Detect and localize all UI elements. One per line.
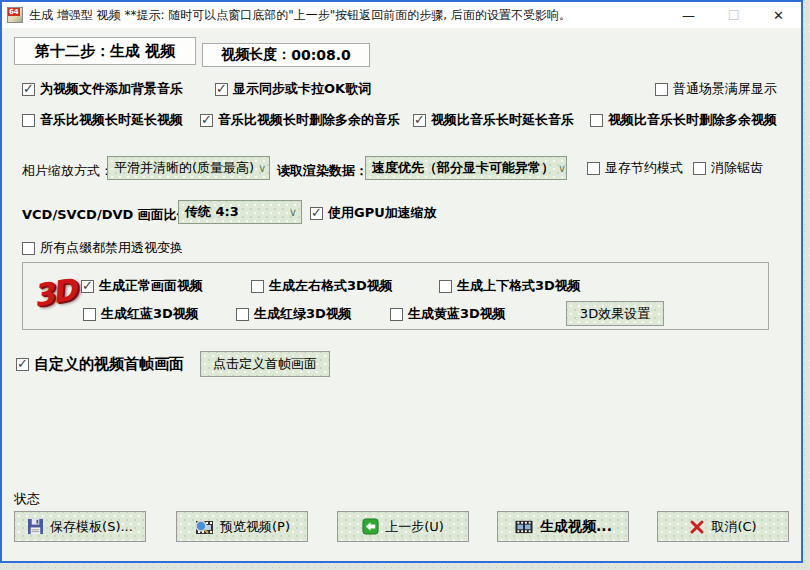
checkbox-label: 显存节约模式 <box>605 159 683 177</box>
checkbox-label: 生成黄蓝3D视频 <box>408 305 506 323</box>
render-source-label: 读取渲染数据： <box>277 162 368 180</box>
checkbox-generate-tb-3d[interactable]: 生成上下格式3D视频 <box>439 277 581 295</box>
checkbox-label: 音乐比视频长时延长视频 <box>40 111 183 129</box>
checkbox-label: 生成红蓝3D视频 <box>101 305 199 323</box>
photo-scale-label: 相片缩放方式： <box>22 162 113 180</box>
checkbox-show-karaoke-lyrics[interactable]: 显示同步或卡拉OK歌词 <box>215 80 371 98</box>
previous-step-button[interactable]: 上一步(U) <box>337 511 469 542</box>
chevron-down-icon: ∨ <box>558 162 566 175</box>
red-x-icon <box>689 519 705 535</box>
checkbox-add-bg-music[interactable]: 为视频文件添加背景音乐 <box>22 80 183 98</box>
render-source-select[interactable]: 速度优先（部分显卡可能异常） ∨ <box>365 156 567 180</box>
photo-scale-value: 平滑并清晰的(质量最高) <box>114 159 254 177</box>
preview-video-button[interactable]: 预览视频(P) <box>176 511 308 542</box>
checkbox-label: 音乐比视频长时删除多余的音乐 <box>218 111 400 129</box>
checkbox-label: 使用GPU加速缩放 <box>328 204 437 222</box>
checkbox-box <box>590 114 603 127</box>
3d-effect-settings-button[interactable]: 3D效果设置 <box>566 301 664 326</box>
checkbox-label: 生成左右格式3D视频 <box>269 277 393 295</box>
title-bar: 64 生成 增强型 视频 **提示: 随时可以点窗口底部的"上一步"按钮返回前面… <box>2 2 801 28</box>
checkbox-box <box>439 280 452 293</box>
aspect-ratio-select[interactable]: 传统 4:3 ∨ <box>178 200 302 224</box>
checkbox-gpu-scaling[interactable]: 使用GPU加速缩放 <box>310 204 437 222</box>
video-length-box: 视频长度：00:08.0 <box>202 43 370 67</box>
chevron-down-icon: ∨ <box>258 162 266 175</box>
checkbox-generate-normal-video[interactable]: 生成正常画面视频 <box>81 277 203 295</box>
checkbox-box <box>22 114 35 127</box>
checkbox-music-longer-trim-music[interactable]: 音乐比视频长时删除多余的音乐 <box>200 111 400 129</box>
checkbox-box <box>655 83 668 96</box>
define-first-frame-button[interactable]: 点击定义首帧画面 <box>200 351 330 377</box>
checkbox-generate-yellowblue-3d[interactable]: 生成黄蓝3D视频 <box>390 305 506 323</box>
checkbox-label: 消除锯齿 <box>711 159 763 177</box>
checkbox-box <box>81 280 94 293</box>
checkbox-box <box>587 162 600 175</box>
step-title-box: 第十二步：生成 视频 <box>14 37 196 65</box>
button-label: 点击定义首帧画面 <box>213 355 317 373</box>
checkbox-generate-redblue-3d[interactable]: 生成红蓝3D视频 <box>83 305 199 323</box>
aspect-ratio-value: 传统 4:3 <box>185 203 239 221</box>
checkbox-box <box>310 207 323 220</box>
button-label: 预览视频(P) <box>220 518 290 536</box>
checkbox-box <box>390 308 403 321</box>
checkbox-disable-perspective[interactable]: 所有点缀都禁用透视变换 <box>22 239 183 257</box>
checkbox-box <box>200 114 213 127</box>
window-controls: — ☐ ✕ <box>666 2 801 28</box>
checkbox-video-longer-trim-video[interactable]: 视频比音乐长时删除多余视频 <box>590 111 777 129</box>
checkbox-box <box>22 242 35 255</box>
checkbox-box <box>22 83 35 96</box>
checkbox-label: 视频比音乐长时延长音乐 <box>431 111 574 129</box>
cancel-button[interactable]: 取消(C) <box>657 511 789 542</box>
window-title: 生成 增强型 视频 **提示: 随时可以点窗口底部的"上一步"按钮返回前面的步骤… <box>29 7 666 24</box>
checkbox-generate-sbs-3d[interactable]: 生成左右格式3D视频 <box>251 277 393 295</box>
checkbox-box <box>251 280 264 293</box>
checkbox-antialias[interactable]: 消除锯齿 <box>693 159 763 177</box>
button-label: 保存模板(S)... <box>50 518 133 536</box>
checkbox-box <box>236 308 249 321</box>
group-3d-options: 3D 生成正常画面视频 生成左右格式3D视频 生成上下格式3D视频 生成红蓝3D… <box>22 262 769 330</box>
status-label: 状态 <box>14 490 40 508</box>
photo-scale-select[interactable]: 平滑并清晰的(质量最高) ∨ <box>107 156 270 180</box>
checkbox-box <box>215 83 228 96</box>
step-title: 第十二步：生成 视频 <box>35 42 175 61</box>
checkbox-box <box>83 308 96 321</box>
render-source-value: 速度优先（部分显卡可能异常） <box>372 159 554 177</box>
app-window: 64 生成 增强型 视频 **提示: 随时可以点窗口底部的"上一步"按钮返回前面… <box>0 0 803 563</box>
back-arrow-icon <box>362 518 379 535</box>
checkbox-music-longer-extend-video[interactable]: 音乐比视频长时延长视频 <box>22 111 183 129</box>
button-label: 取消(C) <box>711 518 756 536</box>
dialog-content: 第十二步：生成 视频 视频长度：00:08.0 为视频文件添加背景音乐 显示同步… <box>2 28 801 561</box>
button-label: 3D效果设置 <box>580 305 650 323</box>
film-preview-icon <box>194 518 214 536</box>
video-length-label: 视频长度： <box>221 46 291 64</box>
maximize-icon: ☐ <box>711 2 756 28</box>
checkbox-box <box>413 114 426 127</box>
save-template-button[interactable]: 保存模板(S)... <box>14 511 146 542</box>
checkbox-label: 所有点缀都禁用透视变换 <box>40 239 183 257</box>
app-icon-badge: 64 <box>8 8 20 16</box>
checkbox-generate-redgreen-3d[interactable]: 生成红绿3D视频 <box>236 305 352 323</box>
3d-logo: 3D <box>30 272 77 314</box>
checkbox-label: 生成红绿3D视频 <box>254 305 352 323</box>
button-label: 上一步(U) <box>385 518 444 536</box>
checkbox-label: 自定义的视频首帧画面 <box>34 355 184 374</box>
checkbox-vram-saving-mode[interactable]: 显存节约模式 <box>587 159 683 177</box>
checkbox-label: 视频比音乐长时删除多余视频 <box>608 111 777 129</box>
close-icon[interactable]: ✕ <box>756 2 801 28</box>
checkbox-custom-first-frame[interactable]: 自定义的视频首帧画面 <box>16 355 184 374</box>
checkbox-normal-scene-fullscreen[interactable]: 普通场景满屏显示 <box>655 80 777 98</box>
checkbox-label: 普通场景满屏显示 <box>673 80 777 98</box>
video-length-value: 00:08.0 <box>291 47 351 63</box>
generate-video-button[interactable]: 生成视频... <box>497 511 629 542</box>
checkbox-label: 生成正常画面视频 <box>99 277 203 295</box>
checkbox-box <box>16 358 29 371</box>
filmstrip-icon <box>514 518 534 535</box>
checkbox-label: 为视频文件添加背景音乐 <box>40 80 183 98</box>
chevron-down-icon: ∨ <box>289 206 297 219</box>
checkbox-box <box>693 162 706 175</box>
checkbox-video-longer-extend-music[interactable]: 视频比音乐长时延长音乐 <box>413 111 574 129</box>
minimize-icon[interactable]: — <box>666 2 711 28</box>
button-label: 生成视频... <box>540 518 612 536</box>
checkbox-label: 生成上下格式3D视频 <box>457 277 581 295</box>
aspect-ratio-label: VCD/SVCD/DVD 画面比例: <box>22 206 195 224</box>
